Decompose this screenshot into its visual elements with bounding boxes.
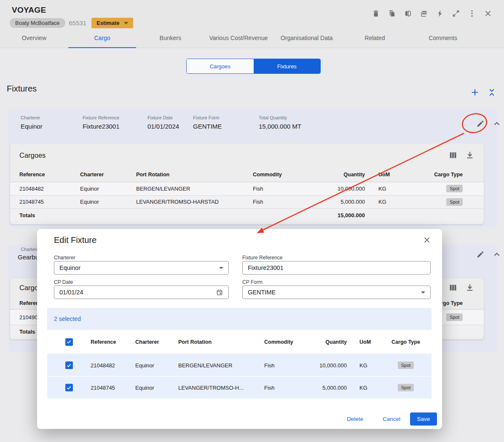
modal-cargo-row-2[interactable]: 21048745 Equinor LEVANGER/TROMSO-H... Fi… [47, 377, 432, 399]
cp-form-field-label: CP Form [242, 279, 263, 285]
cargo-type-badge: Spot [446, 313, 463, 321]
modal-close-icon[interactable] [423, 236, 431, 244]
save-button[interactable]: Save [410, 412, 437, 426]
toggle-fixtures-button[interactable]: Fixtures [254, 59, 321, 73]
charterer-field-label: Charterer [54, 255, 75, 261]
delete-button[interactable]: Delete [337, 416, 373, 422]
row-checkbox[interactable] [65, 384, 73, 391]
column-settings-icon[interactable] [448, 151, 458, 160]
tab-overview[interactable]: Overview [0, 29, 68, 48]
download-icon[interactable] [465, 283, 475, 292]
select-all-checkbox[interactable] [65, 338, 73, 346]
edit-fixture-modal: Edit Fixture Charterer Equinor Fixture R… [37, 229, 442, 429]
fixture1-form: Fixture Form GENTIME [193, 115, 222, 130]
modal-title: Edit Fixture [54, 235, 97, 245]
cargo-type-badge: Spot [398, 384, 414, 391]
cp-form-select[interactable]: GENTIME [242, 286, 431, 299]
cargo-row-2[interactable]: 21048745 Equinor LEVANGER/TROMSO-HARSTAD… [10, 196, 484, 209]
tab-various-cost-revenue[interactable]: Various Cost/Revenue [204, 29, 273, 48]
voyage-number: 65531 [69, 19, 87, 27]
fixture1-collapse-chevron-icon[interactable] [492, 119, 501, 128]
fixture-reference-input[interactable]: Fixture23001 [242, 261, 431, 275]
tab-cargo[interactable]: Cargo [68, 29, 137, 48]
quick-actions-icon[interactable] [436, 9, 444, 18]
cargo-type-badge: Spot [446, 185, 463, 192]
page-title: VOYAGE [12, 5, 46, 15]
voyage-header: VOYAGE Boaty McBoatface 65531 Estimate P… [0, 0, 504, 48]
fixtures-section-actions [470, 88, 496, 97]
cp-date-field-label: CP Date [54, 279, 73, 285]
edit-fixture1-pencil-icon[interactable] [476, 119, 485, 128]
export-pdf-icon[interactable]: PDF [420, 9, 428, 18]
fixture1-date: Fixture Date 01/01/2024 [147, 115, 179, 130]
estimate-label: Estimate [97, 20, 119, 26]
cargoes-totals-row: Totals 15,000.000 [10, 209, 484, 222]
edit-fixture2-pencil-icon[interactable] [476, 250, 485, 259]
cargo-type-badge: Spot [398, 361, 414, 369]
selection-summary-bar: 2 selected [47, 308, 432, 330]
cargoes-card-title: Cargoes [19, 151, 448, 159]
fixture1-actions [476, 119, 501, 128]
cargo-type-badge: Spot [446, 198, 463, 206]
toggle-cargoes-button[interactable]: Cargoes [187, 59, 254, 73]
duplicate-icon[interactable] [388, 9, 396, 18]
caret-down-icon [421, 291, 425, 294]
cancel-button[interactable]: Cancel [373, 416, 410, 422]
close-icon[interactable] [484, 9, 492, 18]
modal-table-header: Reference Charterer Port Rotation Commod… [47, 330, 432, 354]
fixture1-charterer: Charterer Equinor [21, 115, 43, 130]
column-settings-icon[interactable] [448, 283, 458, 292]
fixture2-collapse-chevron-icon[interactable] [492, 250, 501, 259]
calendar-icon[interactable] [216, 288, 223, 296]
expand-icon[interactable] [452, 9, 460, 18]
delete-icon[interactable] [372, 9, 380, 18]
fixture1-reference: Fixture Reference Fixture23001 [83, 115, 120, 130]
modal-cargo-row-1[interactable]: 21048482 Equinor BERGEN/LEVANGER Fish 10… [47, 354, 432, 377]
fixture1-cargoes-card: Cargoes Reference Charterer Port Rotatio… [10, 143, 484, 224]
cargo-row-1[interactable]: 21048482 Equinor BERGEN/LEVANGER Fish 10… [10, 182, 484, 196]
estimate-status-button[interactable]: Estimate [91, 18, 133, 28]
add-fixture-icon[interactable] [470, 88, 480, 97]
fixture2-actions [476, 250, 501, 259]
tab-related[interactable]: Related [341, 29, 409, 48]
collapse-all-icon[interactable] [487, 88, 496, 97]
tab-bar: Overview Cargo Bunkers Various Cost/Reve… [0, 29, 477, 48]
vessel-badge: Boaty McBoatface [10, 18, 65, 28]
row-checkbox[interactable] [65, 361, 73, 369]
download-icon[interactable] [465, 151, 475, 160]
tab-organisational-data[interactable]: Organisational Data [273, 29, 341, 48]
compare-icon[interactable] [404, 9, 412, 18]
cp-date-input[interactable]: 01/01/24 [54, 286, 229, 299]
fixtures-section-title: Fixtures [7, 84, 37, 94]
header-toolbar: PDF [372, 9, 492, 18]
charterer-select[interactable]: Equinor [54, 261, 229, 275]
kebab-menu-icon[interactable] [468, 9, 476, 18]
fixture1-total-quantity: Total Quantity 15,000.000 MT [259, 115, 301, 130]
fixture-reference-field-label: Fixture Reference [242, 255, 282, 261]
view-toggle: Cargoes Fixtures [186, 59, 321, 74]
tab-comments[interactable]: Comments [409, 29, 477, 48]
badge-row: Boaty McBoatface 65531 Estimate [10, 18, 133, 28]
caret-down-icon [219, 267, 223, 269]
cargo-selection-area: 2 selected Reference Charterer Port Rota… [47, 308, 432, 399]
tab-bunkers[interactable]: Bunkers [136, 29, 204, 48]
cargoes-table-header: Reference Charterer Port Rotation Commod… [10, 167, 484, 182]
modal-footer: Delete Cancel Save [337, 412, 437, 426]
svg-text:PDF: PDF [422, 12, 426, 14]
fixture2-charterer-value: Gearbu [18, 253, 39, 261]
selection-count: 2 selected [54, 315, 81, 322]
caret-down-icon [124, 22, 128, 24]
